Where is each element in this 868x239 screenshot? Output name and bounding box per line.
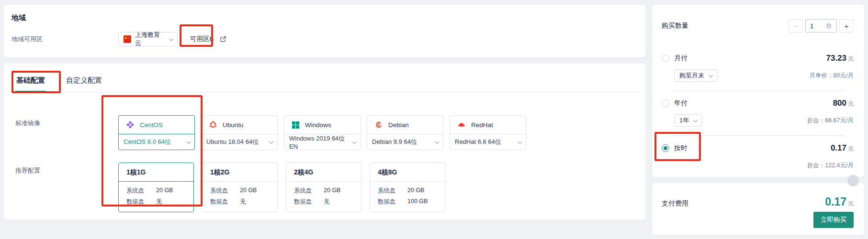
image-card-ubuntu[interactable]: Ubuntu Ubuntu 18.04 64位 bbox=[201, 115, 278, 150]
region-select-value: 上海教育云 bbox=[135, 31, 165, 48]
data-disk-value: 100 GB bbox=[407, 198, 428, 206]
chevron-down-icon bbox=[693, 118, 698, 122]
system-disk-value: 20 GB bbox=[324, 187, 340, 195]
recommended-spec-row: 推荐配置 1核1G 系统盘20 GB 数据盘无 1核2G 系统盘20 GB 数据… bbox=[11, 163, 638, 212]
payment-card: 支付费用 0.17元 立即购买 bbox=[652, 183, 864, 235]
tab-custom-config[interactable]: 自定义配置 bbox=[65, 71, 103, 92]
chevron-down-icon bbox=[169, 36, 174, 41]
yearly-radio[interactable] bbox=[662, 99, 669, 107]
standard-image-row: 标准镜像 CentOS CentOS 8.0 64位 bbox=[11, 115, 638, 150]
data-disk-label: 数据盘 bbox=[126, 198, 156, 206]
hourly-converted-price: 折合：122.4元/月 bbox=[807, 162, 854, 170]
scroll-dot bbox=[847, 175, 859, 186]
centos-icon bbox=[126, 120, 135, 129]
purchase-panel: 购买数量 − 1 台 + 月付 73.23元 购至月末 月单价：80元/月 bbox=[652, 5, 864, 177]
quantity-stepper: − 1 台 + bbox=[789, 19, 854, 33]
debian-label: Debian bbox=[388, 121, 409, 129]
buy-now-button[interactable]: 立即购买 bbox=[813, 212, 854, 228]
debian-version-select[interactable]: Debian 9.9 64位 bbox=[367, 134, 443, 150]
spec-card-4c8g[interactable]: 4核8G 系统盘20 GB 数据盘100 GB bbox=[370, 163, 445, 212]
region-card: 地域 地域可用区 上海教育云 可用区B bbox=[4, 5, 645, 57]
ubuntu-label: Ubuntu bbox=[223, 121, 244, 129]
external-link-icon[interactable] bbox=[220, 36, 226, 43]
quantity-unit: 台 bbox=[826, 22, 832, 30]
yearly-label: 年付 bbox=[674, 99, 688, 108]
system-disk-value: 20 GB bbox=[240, 187, 257, 195]
billing-plans: 月付 73.23元 购至月末 月单价：80元/月 年付 800元 1年 bbox=[662, 47, 854, 179]
system-disk-label: 系统盘 bbox=[294, 187, 324, 195]
chevron-down-icon bbox=[709, 73, 713, 77]
windows-version-select[interactable]: Windows 2019 64位 EN bbox=[284, 134, 361, 150]
config-tabs: 基础配置 自定义配置 bbox=[11, 71, 638, 92]
quantity-value: 1 bbox=[810, 22, 813, 30]
quantity-plus-button[interactable]: + bbox=[839, 19, 854, 33]
data-disk-value: 无 bbox=[324, 198, 330, 206]
plan-yearly: 年付 800元 1年 折合：66.67元/月 bbox=[662, 92, 854, 134]
chevron-down-icon bbox=[518, 139, 522, 144]
configuration-card: 基础配置 自定义配置 标准镜像 CentOS CentOS 8.0 64位 bbox=[4, 64, 645, 220]
monthly-price: 73.23元 bbox=[826, 54, 854, 63]
ubuntu-version-select[interactable]: Ubuntu 18.04 64位 bbox=[201, 134, 278, 150]
ubuntu-option[interactable]: Ubuntu bbox=[201, 115, 278, 134]
centos-version-select[interactable]: CentOS 8.0 64位 bbox=[118, 134, 195, 150]
standard-image-label: 标准镜像 bbox=[15, 115, 118, 150]
yearly-converted-price: 折合：66.67元/月 bbox=[807, 117, 854, 125]
monthly-label: 月付 bbox=[674, 54, 688, 63]
china-flag-icon bbox=[124, 35, 131, 43]
monthly-unit-price: 月单价：80元/月 bbox=[810, 72, 854, 80]
pay-fee-label: 支付费用 bbox=[662, 199, 688, 208]
region-select[interactable]: 上海教育云 bbox=[118, 32, 178, 46]
quantity-row: 购买数量 − 1 台 + bbox=[662, 19, 854, 33]
divider bbox=[672, 135, 845, 136]
quantity-minus-button[interactable]: − bbox=[789, 19, 803, 33]
ubuntu-icon bbox=[209, 120, 217, 129]
monthly-radio[interactable] bbox=[662, 54, 669, 62]
redhat-icon bbox=[457, 120, 466, 129]
chevron-down-icon bbox=[352, 139, 357, 144]
data-disk-value: 无 bbox=[240, 198, 246, 206]
system-disk-label: 系统盘 bbox=[210, 187, 240, 195]
monthly-duration-select[interactable]: 购至月末 bbox=[674, 69, 717, 82]
image-card-redhat[interactable]: RedHat RedHat 6.6 64位 bbox=[450, 115, 526, 150]
hourly-price: 0.17元 bbox=[831, 143, 854, 153]
image-card-centos[interactable]: CentOS CentOS 8.0 64位 bbox=[118, 115, 195, 150]
redhat-version-select[interactable]: RedHat 6.6 64位 bbox=[450, 134, 526, 150]
data-disk-label: 数据盘 bbox=[210, 198, 240, 206]
spec-card-1c1g[interactable]: 1核1G 系统盘20 GB 数据盘无 bbox=[118, 163, 194, 212]
region-title: 地域 bbox=[11, 13, 638, 22]
data-disk-label: 数据盘 bbox=[378, 198, 407, 206]
debian-icon bbox=[374, 120, 383, 129]
system-disk-label: 系统盘 bbox=[378, 187, 407, 195]
zone-option[interactable]: 可用区B bbox=[190, 35, 214, 43]
region-row: 地域可用区 上海教育云 可用区B bbox=[11, 32, 638, 46]
system-disk-label: 系统盘 bbox=[126, 187, 156, 195]
image-card-windows[interactable]: Windows Windows 2019 64位 EN bbox=[284, 115, 361, 150]
recommended-spec-label: 推荐配置 bbox=[15, 163, 118, 212]
plan-hourly: 按时 0.17元 折合：122.4元/月 bbox=[662, 137, 854, 179]
plan-monthly: 月付 73.23元 购至月末 月单价：80元/月 bbox=[662, 47, 854, 89]
hourly-radio[interactable] bbox=[662, 144, 669, 152]
data-disk-label: 数据盘 bbox=[294, 198, 324, 206]
divider bbox=[672, 90, 845, 91]
yearly-duration-select[interactable]: 1年 bbox=[674, 114, 702, 127]
quantity-input[interactable]: 1 台 bbox=[805, 19, 837, 33]
system-disk-value: 20 GB bbox=[156, 187, 173, 195]
pay-amount: 0.17元 bbox=[825, 196, 854, 208]
hourly-label: 按时 bbox=[674, 144, 688, 152]
windows-option[interactable]: Windows bbox=[284, 115, 361, 134]
spec-card-1c2g[interactable]: 1核2G 系统盘20 GB 数据盘无 bbox=[202, 163, 278, 212]
data-disk-value: 无 bbox=[156, 198, 162, 206]
image-card-debian[interactable]: Debian Debian 9.9 64位 bbox=[367, 115, 443, 150]
centos-option[interactable]: CentOS bbox=[118, 115, 195, 134]
yearly-price: 800元 bbox=[833, 98, 854, 108]
redhat-label: RedHat bbox=[471, 121, 493, 129]
system-disk-value: 20 GB bbox=[407, 187, 424, 195]
redhat-option[interactable]: RedHat bbox=[450, 115, 526, 134]
tab-basic-config[interactable]: 基础配置 bbox=[15, 71, 46, 92]
windows-icon bbox=[292, 121, 300, 129]
chevron-down-icon bbox=[186, 139, 191, 144]
debian-option[interactable]: Debian bbox=[367, 115, 443, 134]
chevron-down-icon bbox=[435, 139, 440, 144]
windows-label: Windows bbox=[305, 121, 331, 129]
spec-card-2c4g[interactable]: 2核4G 系统盘20 GB 数据盘无 bbox=[286, 163, 361, 212]
